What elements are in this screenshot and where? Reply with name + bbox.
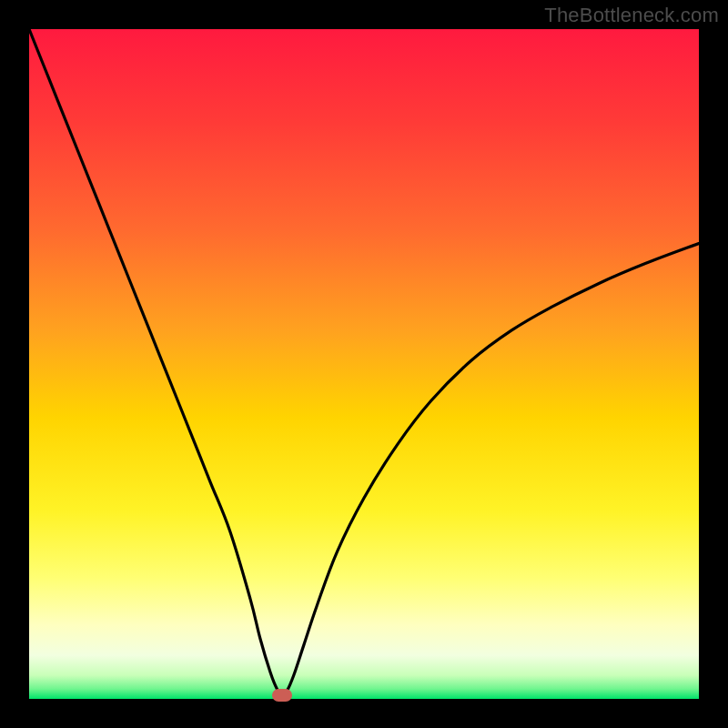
optimal-marker xyxy=(272,689,292,702)
gradient-background xyxy=(29,29,699,699)
chart-plot xyxy=(29,29,699,699)
chart-frame: TheBottleneck.com xyxy=(0,0,728,728)
watermark-text: TheBottleneck.com xyxy=(544,4,719,27)
